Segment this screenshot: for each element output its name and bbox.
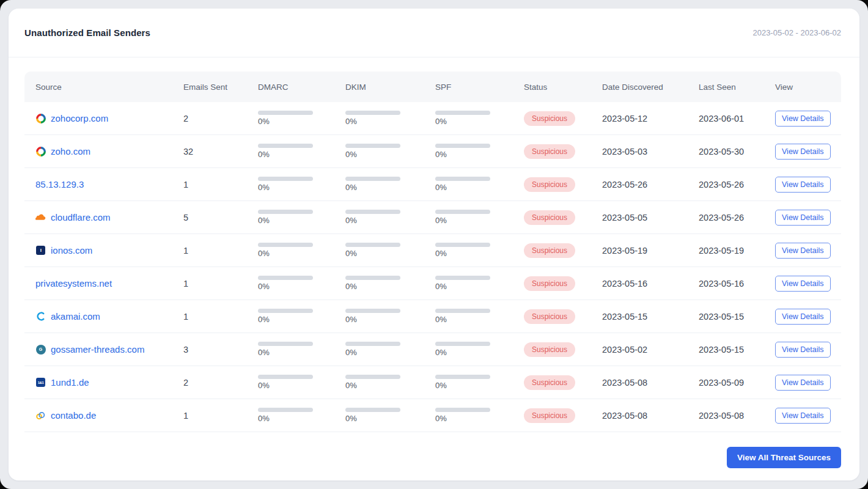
status-cell: Suspicious <box>524 111 602 126</box>
dkim-progress-bar <box>345 243 400 247</box>
dmarc-cell: 0% <box>258 309 345 324</box>
view-details-button[interactable]: View Details <box>775 243 831 259</box>
table-row: I ionos.com 1 0% 0% 0% Suspicious 2023-0… <box>24 234 841 267</box>
spf-progress-bar <box>435 408 490 412</box>
dmarc-percentage: 0% <box>258 381 345 390</box>
date-discovered-value: 2023-05-26 <box>602 180 699 189</box>
source-link[interactable]: cloudflare.com <box>51 212 111 222</box>
source-link[interactable]: 85.13.129.3 <box>35 179 84 189</box>
source-link[interactable]: privatesystems.net <box>35 278 112 289</box>
dmarc-cell: 0% <box>258 243 345 258</box>
table-row: G gossamer-threads.com 3 0% 0% 0% Suspic… <box>24 333 841 366</box>
last-seen-value: 2023-05-26 <box>699 180 775 189</box>
view-details-button[interactable]: View Details <box>775 309 831 325</box>
page-background: Unauthorized Email Senders 2023-05-02 - … <box>0 0 868 489</box>
view-cell: View Details <box>775 408 831 424</box>
emails-sent-value: 5 <box>183 213 258 222</box>
source-cell: akamai.com <box>35 311 183 322</box>
dkim-cell: 0% <box>345 342 435 357</box>
table-header-row: Source Emails Sent DMARC DKIM SPF Status… <box>24 72 841 102</box>
dmarc-cell: 0% <box>258 276 345 291</box>
spf-percentage: 0% <box>435 249 524 258</box>
dkim-progress-bar <box>345 144 400 148</box>
dkim-percentage: 0% <box>345 414 435 423</box>
1und1-favicon-icon: 1&1 <box>35 377 46 388</box>
dmarc-cell: 0% <box>258 408 345 423</box>
dmarc-percentage: 0% <box>258 315 345 324</box>
senders-table: Source Emails Sent DMARC DKIM SPF Status… <box>9 57 859 432</box>
status-badge: Suspicious <box>524 111 575 126</box>
source-cell: cloudflare.com <box>35 212 183 222</box>
dkim-cell: 0% <box>345 243 435 258</box>
view-details-button[interactable]: View Details <box>775 375 831 391</box>
source-link[interactable]: ionos.com <box>51 245 92 256</box>
status-badge: Suspicious <box>524 177 575 192</box>
view-details-button[interactable]: View Details <box>775 177 831 193</box>
date-discovered-value: 2023-05-19 <box>602 246 699 256</box>
view-details-button[interactable]: View Details <box>775 111 831 127</box>
column-header-source: Source <box>35 83 183 92</box>
card-header: Unauthorized Email Senders 2023-05-02 - … <box>9 9 859 57</box>
source-link[interactable]: akamai.com <box>51 311 100 322</box>
spf-cell: 0% <box>435 243 524 258</box>
dkim-cell: 0% <box>345 276 435 291</box>
view-cell: View Details <box>775 342 831 358</box>
last-seen-value: 2023-05-15 <box>699 345 775 355</box>
dkim-percentage: 0% <box>345 117 435 126</box>
last-seen-value: 2023-05-08 <box>699 411 775 421</box>
view-cell: View Details <box>775 111 831 127</box>
spf-progress-bar <box>435 111 490 115</box>
source-link[interactable]: gossamer-threads.com <box>51 344 144 355</box>
dmarc-percentage: 0% <box>258 282 345 291</box>
spf-percentage: 0% <box>435 216 524 225</box>
dmarc-progress-bar <box>258 177 313 181</box>
spf-cell: 0% <box>435 111 524 126</box>
source-cell: zohocorp.com <box>35 113 183 123</box>
emails-sent-value: 3 <box>183 345 258 355</box>
source-link[interactable]: contabo.de <box>51 410 96 421</box>
date-discovered-value: 2023-05-05 <box>602 213 699 222</box>
view-details-button[interactable]: View Details <box>775 342 831 358</box>
spf-cell: 0% <box>435 144 524 159</box>
spf-percentage: 0% <box>435 381 524 390</box>
table-row: privatesystems.net 1 0% 0% 0% Suspicious… <box>24 267 841 300</box>
source-link[interactable]: zohocorp.com <box>51 113 108 123</box>
spf-progress-bar <box>435 144 490 148</box>
source-link[interactable]: 1und1.de <box>51 377 89 388</box>
last-seen-value: 2023-05-16 <box>699 279 775 289</box>
emails-sent-value: 1 <box>183 180 258 189</box>
view-cell: View Details <box>775 243 831 259</box>
status-badge: Suspicious <box>524 375 575 390</box>
view-details-button[interactable]: View Details <box>775 144 831 160</box>
contabo-favicon-icon <box>35 410 46 421</box>
view-details-button[interactable]: View Details <box>775 210 831 226</box>
view-details-button[interactable]: View Details <box>775 408 831 424</box>
source-cell: contabo.de <box>35 410 183 421</box>
dkim-cell: 0% <box>345 177 435 192</box>
spf-progress-bar <box>435 309 490 313</box>
status-cell: Suspicious <box>524 243 602 258</box>
dkim-cell: 0% <box>345 210 435 225</box>
table-row: 85.13.129.3 1 0% 0% 0% Suspicious 2023-0… <box>24 168 841 201</box>
spf-cell: 0% <box>435 177 524 192</box>
dkim-percentage: 0% <box>345 348 435 357</box>
zoho-favicon-icon <box>35 146 46 156</box>
source-cell: 1&1 1und1.de <box>35 377 183 388</box>
table-body: zohocorp.com 2 0% 0% 0% Suspicious 2023-… <box>24 102 841 432</box>
table-row: 1&1 1und1.de 2 0% 0% 0% Suspicious 2023-… <box>24 366 841 399</box>
dkim-progress-bar <box>345 375 400 379</box>
spf-progress-bar <box>435 342 490 346</box>
gossamer-favicon-icon: G <box>35 344 46 355</box>
dkim-progress-bar <box>345 408 400 412</box>
view-all-threat-sources-button[interactable]: View All Threat Sources <box>727 447 841 468</box>
dkim-cell: 0% <box>345 111 435 126</box>
view-details-button[interactable]: View Details <box>775 276 831 292</box>
status-cell: Suspicious <box>524 375 602 390</box>
zoho-favicon-icon <box>35 113 46 123</box>
source-link[interactable]: zoho.com <box>51 146 90 156</box>
date-discovered-value: 2023-05-08 <box>602 411 699 421</box>
spf-percentage: 0% <box>435 315 524 324</box>
dmarc-percentage: 0% <box>258 249 345 258</box>
dmarc-progress-bar <box>258 144 313 148</box>
emails-sent-value: 1 <box>183 312 258 322</box>
